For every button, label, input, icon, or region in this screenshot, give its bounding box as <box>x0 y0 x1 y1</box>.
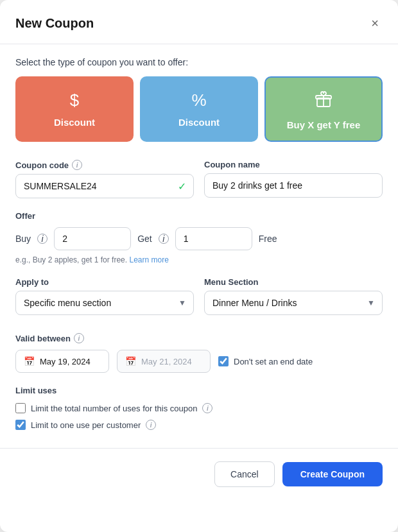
limit-uses-section: Limit uses Limit the total number of use… <box>15 386 383 430</box>
coupon-type-dollar-discount[interactable]: $ Discount <box>15 76 134 142</box>
coupon-code-input[interactable] <box>15 174 194 198</box>
buy-x-get-y-label: Buy X get Y free <box>287 119 361 130</box>
apply-to-select[interactable]: Specific menu section Entire menu <box>15 291 194 315</box>
limit-total-info-icon[interactable]: i <box>202 403 212 413</box>
code-name-row: Coupon code i ✓ Coupon name <box>15 160 383 198</box>
offer-label: Offer <box>15 211 383 221</box>
end-date-input[interactable] <box>141 357 202 366</box>
apply-menu-section: Apply to Specific menu section Entire me… <box>15 277 383 315</box>
limit-per-customer-item: Limit to one use per customer i <box>15 420 383 430</box>
modal-header: New Coupon × <box>15 15 383 31</box>
valid-check-icon: ✓ <box>178 180 186 193</box>
no-end-date-text: Don't set an end date <box>234 357 313 366</box>
new-coupon-modal: New Coupon × Select the type of coupon y… <box>0 0 398 532</box>
coupon-name-label: Coupon name <box>204 160 383 169</box>
limit-total-label: Limit the total number of uses for this … <box>31 404 197 413</box>
get-value-input[interactable] <box>175 227 252 250</box>
end-date-wrapper: 📅 <box>117 350 211 373</box>
modal-title: New Coupon <box>15 16 94 31</box>
offer-row: Buy i Get i Free <box>15 227 383 250</box>
learn-more-link[interactable]: Learn more <box>129 255 168 264</box>
date-row: 📅 📅 Don't set an end date <box>15 350 383 373</box>
coupon-code-group: Coupon code i ✓ <box>15 160 194 198</box>
modal-footer: Cancel Create Coupon <box>15 461 383 487</box>
coupon-name-group: Coupon name <box>204 160 383 198</box>
coupon-code-info-icon[interactable]: i <box>72 160 82 170</box>
coupon-type-label: Select the type of coupon you want to of… <box>15 57 383 67</box>
limit-uses-title: Limit uses <box>15 386 383 395</box>
valid-between-info-icon[interactable]: i <box>74 333 84 343</box>
dollar-discount-label: Discount <box>54 117 95 128</box>
end-calendar-icon: 📅 <box>125 356 136 366</box>
coupon-code-label: Coupon code i <box>15 160 194 170</box>
start-calendar-icon: 📅 <box>24 356 35 366</box>
buy-label: Buy <box>15 234 31 244</box>
apply-to-label: Apply to <box>15 277 194 287</box>
dollar-icon: $ <box>70 90 79 110</box>
coupon-type-selector: $ Discount % Discount Buy X get Y free <box>15 76 383 142</box>
footer-divider <box>0 448 398 449</box>
start-date-wrapper: 📅 <box>15 350 109 373</box>
coupon-type-percent-discount[interactable]: % Discount <box>140 76 258 142</box>
menu-section-select[interactable]: Dinner Menu / Drinks Lunch Menu Breakfas… <box>204 291 383 315</box>
no-end-date-checkbox[interactable] <box>218 356 229 366</box>
limit-total-checkbox[interactable] <box>15 403 26 413</box>
no-end-date-label[interactable]: Don't set an end date <box>218 356 313 366</box>
menu-section-label: Menu Section <box>204 277 383 287</box>
create-coupon-button[interactable]: Create Coupon <box>282 462 383 486</box>
offer-section: Offer Buy i Get i Free e.g., Buy 2 apple… <box>15 211 383 264</box>
percent-discount-label: Discount <box>178 117 220 128</box>
limit-per-customer-info-icon[interactable]: i <box>146 420 156 430</box>
close-button[interactable]: × <box>367 15 383 31</box>
coupon-name-input[interactable] <box>204 173 383 198</box>
cancel-button[interactable]: Cancel <box>214 461 275 487</box>
gift-icon <box>315 90 333 113</box>
buy-value-input[interactable] <box>54 227 131 250</box>
buy-info-icon[interactable]: i <box>37 234 48 244</box>
get-info-icon[interactable]: i <box>159 234 169 244</box>
menu-section-select-wrapper: Dinner Menu / Drinks Lunch Menu Breakfas… <box>204 291 383 315</box>
limit-per-customer-checkbox[interactable] <box>15 420 26 430</box>
valid-between-label: Valid between i <box>15 333 383 343</box>
free-label: Free <box>259 234 277 244</box>
coupon-type-buy-x-get-y[interactable]: Buy X get Y free <box>264 76 383 142</box>
limit-total-item: Limit the total number of uses for this … <box>15 403 383 413</box>
header-divider <box>0 44 398 44</box>
apply-to-group: Apply to Specific menu section Entire me… <box>15 277 194 315</box>
apply-to-select-wrapper: Specific menu section Entire menu ▼ <box>15 291 194 315</box>
offer-hint: e.g., Buy 2 apples, get 1 for free. Lear… <box>15 255 383 264</box>
coupon-code-input-wrapper: ✓ <box>15 174 194 198</box>
limit-per-customer-label: Limit to one use per customer <box>31 420 141 430</box>
menu-section-group: Menu Section Dinner Menu / Drinks Lunch … <box>204 277 383 315</box>
percent-icon: % <box>191 90 206 110</box>
start-date-input[interactable] <box>40 357 101 366</box>
get-label: Get <box>137 234 152 244</box>
valid-between-section: Valid between i 📅 📅 Don't set an end dat… <box>15 333 383 373</box>
